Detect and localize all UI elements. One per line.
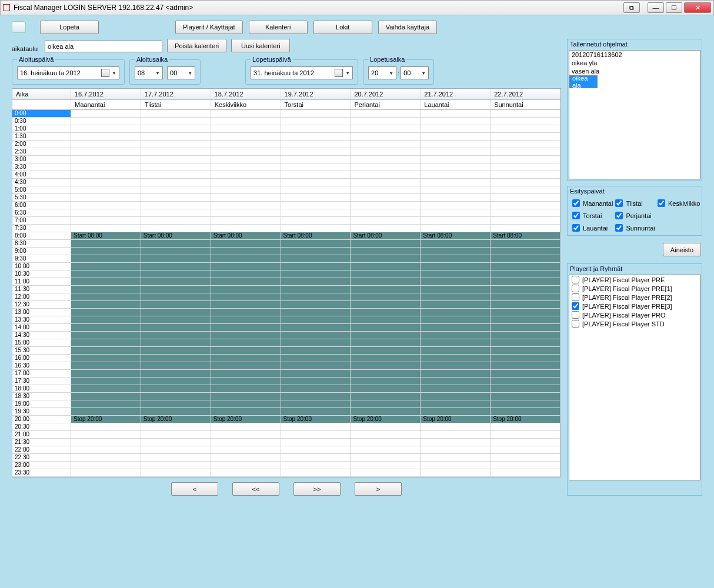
calendar-cell[interactable] (421, 362, 491, 370)
calendar-cell[interactable] (491, 118, 560, 125)
calendar-cell[interactable] (281, 469, 351, 477)
calendar-cell[interactable] (71, 332, 141, 339)
time-slot-row[interactable]: 11:00 (12, 278, 560, 286)
calendar-cell[interactable] (71, 217, 141, 225)
calendar-cell[interactable] (491, 270, 560, 278)
calendar-cell[interactable] (211, 194, 281, 202)
calendar-cell[interactable] (281, 255, 351, 263)
calendar-cell[interactable] (141, 194, 211, 202)
calendar-cell[interactable] (351, 148, 421, 156)
calendar-cell[interactable] (421, 217, 491, 225)
calendar-cell[interactable] (421, 385, 491, 393)
time-slot-row[interactable]: 14:30 (12, 332, 560, 339)
calendar-cell[interactable] (351, 423, 421, 431)
calendar-cell[interactable] (351, 248, 421, 255)
calendar-cell[interactable] (281, 248, 351, 255)
calendar-cell[interactable] (421, 309, 491, 316)
calendar-cell[interactable] (71, 324, 141, 332)
time-slot-row[interactable]: 21:30 (12, 439, 560, 446)
start-hour-select[interactable]: 08▼ (135, 66, 163, 79)
calendar-cell[interactable] (141, 263, 211, 270)
calendar-cell[interactable] (211, 370, 281, 377)
calendar-cell[interactable] (71, 362, 141, 370)
calendar-cell[interactable] (71, 148, 141, 156)
calendar-cell[interactable] (351, 286, 421, 293)
calendar-cell[interactable] (281, 110, 351, 118)
calendar-cell[interactable] (211, 163, 281, 171)
calendar-cell[interactable] (351, 163, 421, 171)
logs-button[interactable]: Lokit (313, 21, 372, 34)
calendar-cell[interactable] (71, 469, 141, 477)
calendar-cell[interactable] (71, 125, 141, 133)
calendar-cell[interactable] (351, 301, 421, 309)
calendar-cell[interactable] (141, 225, 211, 232)
calendar-cell[interactable] (281, 133, 351, 141)
calendar-cell[interactable] (491, 225, 560, 232)
show-day-checkbox[interactable]: Maanantai (572, 199, 613, 207)
time-slot-row[interactable]: 9:30 (12, 255, 560, 263)
calendar-cell[interactable] (71, 393, 141, 400)
show-day-checkbox[interactable]: Perjantai (615, 212, 655, 219)
time-slot-row[interactable]: 20:00Stop 20:00Stop 20:00Stop 20:00Stop … (12, 416, 560, 423)
show-day-checkbox[interactable]: Torstai (572, 212, 613, 219)
calendar-cell[interactable] (281, 179, 351, 186)
calendar-cell[interactable] (351, 355, 421, 362)
calendar-cell[interactable] (141, 186, 211, 194)
calendar-cell[interactable] (351, 385, 421, 393)
time-slot-row[interactable]: 2:30 (12, 148, 560, 156)
time-slot-row[interactable]: 19:30 (12, 408, 560, 416)
calendar-cell[interactable]: Stop 20:00 (141, 416, 211, 423)
calendar-cell[interactable] (491, 377, 560, 385)
calendar-cell[interactable] (281, 163, 351, 171)
time-slot-row[interactable]: 11:30 (12, 286, 560, 293)
calendar-cell[interactable] (211, 209, 281, 217)
time-slot-row[interactable]: 16:00 (12, 355, 560, 362)
calendar-cell[interactable] (351, 316, 421, 324)
calendar-cell[interactable] (141, 301, 211, 309)
calendar-cell[interactable] (211, 110, 281, 118)
calendar-cell[interactable] (421, 240, 491, 248)
calendar-cell[interactable] (421, 225, 491, 232)
calendar-cell[interactable] (141, 439, 211, 446)
calendar-cell[interactable]: Start 08:00 (351, 232, 421, 240)
calendar-cell[interactable] (141, 339, 211, 347)
calendar-cell[interactable] (351, 408, 421, 416)
calendar-cell[interactable] (141, 255, 211, 263)
time-slot-row[interactable]: 13:00 (12, 309, 560, 316)
calendar-cell[interactable] (71, 293, 141, 301)
app-toolbar-icon[interactable] (12, 21, 26, 33)
calendar-cell[interactable] (281, 362, 351, 370)
calendar-cell[interactable]: Start 08:00 (211, 232, 281, 240)
calendar-cell[interactable] (281, 293, 351, 301)
new-calendar-button[interactable]: Uusi kalenteri (231, 39, 290, 52)
calendar-cell[interactable] (421, 125, 491, 133)
calendar-cell[interactable]: Stop 20:00 (71, 416, 141, 423)
player-item[interactable]: [PLAYER] Fiscal Player PRE[1] (569, 284, 700, 293)
calendar-cell[interactable] (71, 400, 141, 408)
calendar-cell[interactable] (71, 278, 141, 286)
quit-button[interactable]: Lopeta (40, 21, 99, 34)
calendar-cell[interactable] (211, 255, 281, 263)
calendar-cell[interactable] (141, 462, 211, 469)
calendar-cell[interactable] (71, 446, 141, 454)
calendar-cell[interactable] (421, 194, 491, 202)
calendar-cell[interactable] (421, 408, 491, 416)
calendar-cell[interactable] (421, 110, 491, 118)
calendar-cell[interactable] (71, 385, 141, 393)
calendar-cell[interactable] (211, 324, 281, 332)
calendar-cell[interactable] (71, 225, 141, 232)
calendar-cell[interactable] (141, 133, 211, 141)
close-button[interactable]: ✕ (684, 2, 711, 13)
calendar-cell[interactable] (491, 125, 560, 133)
calendar-cell[interactable] (71, 377, 141, 385)
calendar-cell[interactable] (351, 263, 421, 270)
calendar-cell[interactable] (211, 118, 281, 125)
time-slot-row[interactable]: 22:30 (12, 454, 560, 462)
calendar-cell[interactable] (281, 118, 351, 125)
calendar-cell[interactable] (351, 469, 421, 477)
calendar-cell[interactable] (491, 339, 560, 347)
calendar-cell[interactable] (211, 454, 281, 462)
calendar-cell[interactable] (211, 339, 281, 347)
calendar-cell[interactable] (491, 293, 560, 301)
maximize-button[interactable]: ☐ (666, 2, 682, 13)
